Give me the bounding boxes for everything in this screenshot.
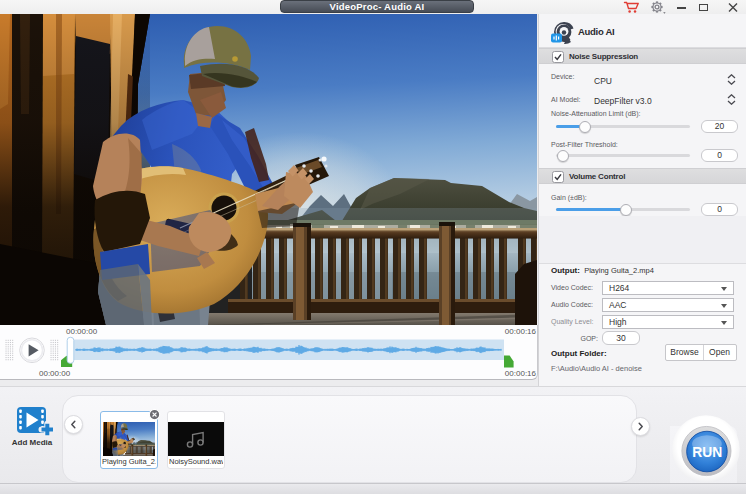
svg-text:RUN: RUN	[692, 444, 722, 460]
